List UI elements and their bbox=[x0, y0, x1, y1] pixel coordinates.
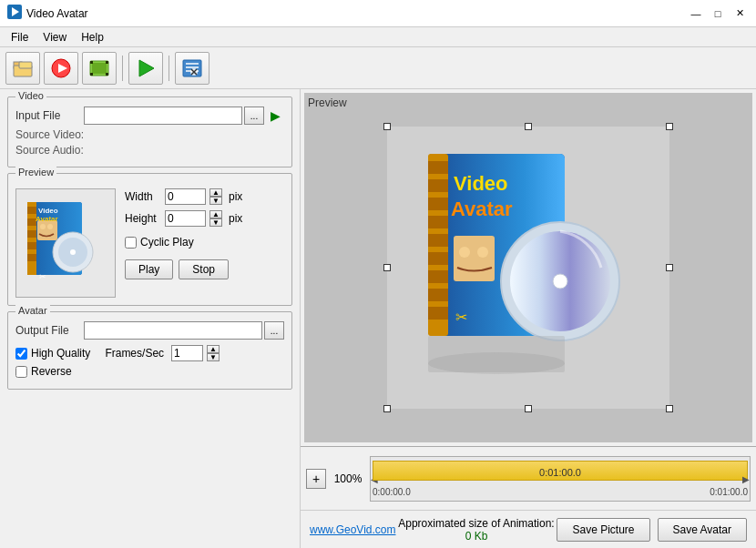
preview-group: Preview bbox=[7, 173, 292, 306]
svg-rect-29 bbox=[37, 220, 57, 240]
svg-rect-48 bbox=[428, 289, 448, 301]
frames-down-button[interactable]: ▼ bbox=[207, 353, 220, 361]
save-picture-button[interactable]: Save Picture bbox=[557, 518, 649, 542]
resize-handle-bl[interactable] bbox=[383, 405, 391, 412]
cyclic-play-row: Cyclic Play bbox=[125, 236, 284, 249]
input-file-field[interactable] bbox=[84, 107, 242, 125]
play-button[interactable]: Play bbox=[125, 259, 173, 279]
frames-button[interactable] bbox=[82, 52, 117, 85]
play-input-button[interactable]: ▶ bbox=[266, 107, 284, 125]
toolbar-separator bbox=[122, 56, 123, 81]
resize-handle-ml[interactable] bbox=[383, 264, 391, 271]
height-label: Height bbox=[125, 212, 161, 225]
clip-button[interactable] bbox=[175, 52, 209, 85]
zoom-level: 100% bbox=[332, 472, 364, 485]
svg-rect-47 bbox=[428, 270, 448, 283]
height-down-button[interactable]: ▼ bbox=[209, 218, 222, 227]
svg-rect-45 bbox=[428, 234, 448, 247]
video-group: Video Input File ... ▶ Source Video: Sou… bbox=[7, 96, 292, 167]
save-avatar-button[interactable]: Save Avatar bbox=[658, 518, 748, 542]
anim-size-label: Approximated size of Animation: bbox=[398, 517, 554, 530]
svg-rect-26 bbox=[27, 230, 36, 238]
cyclic-play-checkbox[interactable] bbox=[125, 237, 137, 249]
play-button[interactable] bbox=[44, 52, 78, 85]
svg-rect-8 bbox=[92, 63, 107, 74]
open-file-button[interactable] bbox=[5, 52, 40, 85]
timeline-bar-label: 0:01:00.0 bbox=[539, 467, 581, 478]
high-quality-checkbox[interactable] bbox=[15, 348, 27, 360]
svg-rect-46 bbox=[428, 252, 448, 265]
frames-up-button[interactable]: ▲ bbox=[207, 345, 220, 353]
output-file-field[interactable] bbox=[84, 321, 262, 340]
green-play-button[interactable] bbox=[128, 52, 163, 85]
reverse-row: Reverse bbox=[15, 365, 284, 378]
menu-view[interactable]: View bbox=[36, 29, 74, 45]
width-up-button[interactable]: ▲ bbox=[209, 188, 222, 197]
timeline-arrow-right: ▶ bbox=[742, 473, 750, 483]
menu-file[interactable]: File bbox=[4, 29, 36, 45]
input-file-row: Input File ... ▶ bbox=[15, 107, 284, 125]
timeline-bar[interactable]: 0:01:00.0 bbox=[373, 461, 748, 481]
timeline-track[interactable]: ◀ 0:01:00.0 0:00:00.0 0:01:00.0 ▶ bbox=[370, 456, 751, 502]
resize-handle-bm[interactable] bbox=[525, 405, 532, 412]
menu-help[interactable]: Help bbox=[74, 29, 111, 45]
main-content: Video Input File ... ▶ Source Video: Sou… bbox=[0, 89, 756, 548]
time-start: 0:00:00.0 bbox=[373, 487, 411, 497]
svg-rect-11 bbox=[90, 73, 93, 76]
svg-rect-10 bbox=[106, 61, 108, 64]
height-up-button[interactable]: ▲ bbox=[209, 210, 222, 218]
svg-rect-43 bbox=[428, 198, 448, 210]
anim-size-value: 0 Kb bbox=[465, 530, 488, 543]
svg-text:Avatar: Avatar bbox=[451, 198, 513, 220]
resize-handle-tr[interactable] bbox=[666, 123, 673, 130]
svg-rect-12 bbox=[106, 73, 108, 76]
close-button[interactable]: ✕ bbox=[730, 5, 749, 23]
width-down-button[interactable]: ▼ bbox=[209, 197, 222, 205]
maximize-button[interactable]: □ bbox=[709, 5, 727, 23]
svg-rect-27 bbox=[27, 242, 36, 249]
window-title: Video Avatar bbox=[26, 7, 687, 20]
frames-spinner: ▲ ▼ bbox=[207, 345, 220, 361]
bottom-buttons: Save Picture Save Avatar bbox=[557, 518, 747, 542]
zoom-in-button[interactable]: + bbox=[306, 469, 326, 489]
minimize-button[interactable]: — bbox=[687, 5, 705, 23]
svg-text:✂: ✂ bbox=[455, 310, 467, 325]
app-icon bbox=[7, 5, 22, 22]
cyclic-play-label: Cyclic Play bbox=[140, 236, 194, 249]
browse-input-button[interactable]: ... bbox=[244, 107, 264, 125]
width-row: Width ▲ ▼ pix bbox=[125, 188, 284, 205]
width-spinner: ▲ ▼ bbox=[209, 188, 222, 205]
video-group-label: Video bbox=[15, 90, 46, 101]
height-spinner: ▲ ▼ bbox=[209, 210, 222, 227]
time-end: 0:01:00.0 bbox=[710, 487, 748, 497]
width-input[interactable] bbox=[165, 188, 206, 205]
product-image: Video Avatar ✂ bbox=[387, 127, 669, 409]
toolbar bbox=[0, 47, 756, 89]
menubar: File View Help bbox=[0, 27, 756, 47]
svg-rect-52 bbox=[454, 236, 495, 281]
reverse-checkbox[interactable] bbox=[15, 366, 27, 378]
resize-handle-mr[interactable] bbox=[666, 264, 673, 271]
frames-row: Frames/Sec ▲ ▼ bbox=[105, 345, 220, 361]
height-input[interactable] bbox=[165, 210, 206, 227]
website-link[interactable]: www.GeoVid.com bbox=[310, 523, 395, 536]
resize-handle-tm[interactable] bbox=[525, 123, 532, 130]
frames-input[interactable] bbox=[171, 345, 203, 361]
preview-section: ✂ Video Avatar Width ▲ ▼ bbox=[15, 188, 284, 298]
resize-handle-br[interactable] bbox=[666, 405, 673, 412]
svg-rect-49 bbox=[428, 307, 448, 320]
resize-handle-tl[interactable] bbox=[383, 123, 391, 130]
svg-marker-13 bbox=[139, 60, 154, 76]
browse-output-button[interactable]: ... bbox=[264, 321, 284, 340]
svg-point-54 bbox=[477, 247, 488, 258]
svg-point-31 bbox=[47, 224, 53, 229]
svg-text:Avatar: Avatar bbox=[36, 215, 58, 223]
svg-point-30 bbox=[40, 224, 46, 229]
source-audio-label: Source Audio: bbox=[15, 144, 84, 157]
input-file-label: Input File bbox=[15, 109, 84, 122]
stop-button[interactable]: Stop bbox=[179, 259, 229, 279]
output-file-row: Output File ... bbox=[15, 321, 284, 340]
source-video-label: Source Video: bbox=[15, 128, 84, 141]
high-quality-label: High Quality bbox=[31, 347, 90, 360]
source-video-row: Source Video: bbox=[15, 128, 284, 141]
